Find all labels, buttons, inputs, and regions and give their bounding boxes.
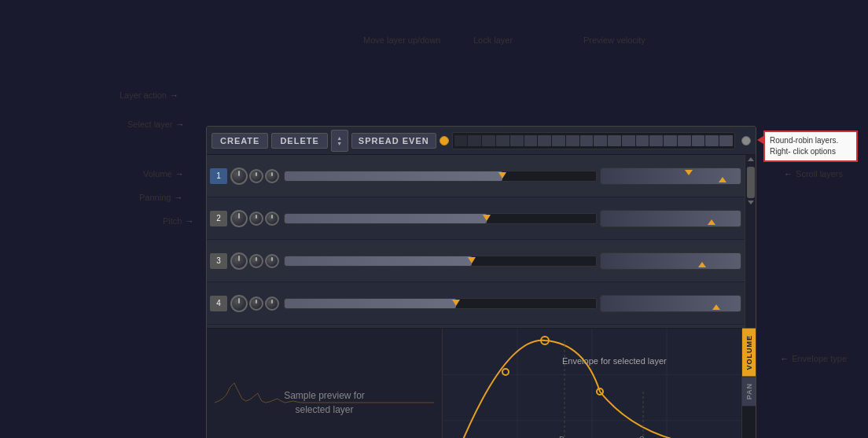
toolbar: CREATE DELETE ▲ ▼ SPREAD EVEN (207, 127, 756, 155)
pitch-knob[interactable] (265, 254, 279, 268)
lock-layer-indicator[interactable] (440, 136, 449, 145)
round-robin-dot[interactable] (741, 136, 751, 145)
annotation-scroll-layers: ← Scroll layers (784, 169, 843, 179)
annotation-move-layer: Move layer up/down (363, 35, 440, 45)
create-button[interactable]: CREATE (211, 133, 268, 149)
panning-knob[interactable] (249, 296, 263, 311)
table-row[interactable]: 4 (207, 282, 745, 325)
sample-preview: Sample preview for selected layer 📁 FPC_… (207, 329, 443, 438)
scroll-layers-bar[interactable] (745, 155, 756, 328)
velocity-range[interactable] (600, 210, 741, 227)
slider-track[interactable] (284, 213, 597, 224)
volume-knob[interactable] (230, 167, 248, 185)
side-tabs: VOLUME PAN (741, 329, 756, 438)
tab-volume[interactable]: VOLUME (742, 329, 756, 377)
velocity-range[interactable] (600, 295, 741, 312)
pitch-knob[interactable] (265, 296, 279, 311)
table-row[interactable]: 3 (207, 240, 745, 282)
waveform-svg (215, 371, 434, 434)
velocity-range[interactable] (600, 252, 741, 270)
volume-knob[interactable] (230, 252, 248, 270)
volume-knob[interactable] (230, 210, 248, 227)
annotation-volume: Volume → (143, 169, 184, 179)
layers-list: 1 (207, 155, 745, 328)
envelope-grid: D S (443, 329, 741, 438)
table-row[interactable]: 2 (207, 197, 745, 240)
pitch-knob[interactable] (265, 212, 279, 226)
velocity-bar[interactable] (452, 132, 735, 149)
layer-number[interactable]: 4 (210, 296, 227, 311)
annotation-envelope-type: ← Envelope type (780, 354, 847, 363)
panning-knob[interactable] (249, 212, 263, 226)
envelope-section: D S Envelope for selected layer ● ATT (443, 329, 741, 438)
annotation-pitch: Pitch → (163, 216, 193, 226)
table-row[interactable]: 1 (207, 155, 745, 197)
layer-number[interactable]: 1 (210, 168, 227, 184)
envelope-canvas: D S Envelope for selected layer (443, 329, 741, 438)
layer-number[interactable]: 2 (210, 211, 227, 226)
annotation-select-layer: Select layer → (127, 120, 184, 129)
layer-sliders (284, 256, 597, 267)
slider-track[interactable] (284, 298, 597, 309)
spread-even-button[interactable]: SPREAD EVEN (351, 133, 436, 149)
svg-point-6 (502, 369, 509, 375)
tab-pan[interactable]: PAN (742, 377, 756, 406)
knobs-group (230, 210, 279, 227)
pitch-knob[interactable] (265, 169, 279, 183)
slider-track[interactable] (284, 256, 597, 267)
annotation-layer-action: Layer action → (120, 90, 178, 100)
layer-sliders (284, 213, 597, 224)
annotation-lock-layer: Lock layer (473, 35, 513, 45)
layers-area: 1 (207, 155, 756, 328)
plugin-container: CREATE DELETE ▲ ▼ SPREAD EVEN (206, 126, 756, 438)
layer-number[interactable]: 3 (210, 253, 227, 269)
scroll-handle[interactable] (747, 167, 755, 198)
knobs-group (230, 167, 279, 185)
annotation-panning: Panning → (139, 193, 182, 202)
knobs-group (230, 252, 279, 270)
velocity-range[interactable] (600, 167, 741, 185)
round-robin-annotation: Round-robin layers. Right- click options (763, 131, 858, 162)
delete-button[interactable]: DELETE (271, 133, 327, 149)
panning-knob[interactable] (249, 254, 263, 268)
slider-track[interactable] (284, 171, 597, 182)
bottom-section: Sample preview for selected layer 📁 FPC_… (207, 328, 756, 438)
panning-knob[interactable] (249, 169, 263, 183)
annotation-preview-velocity: Preview velocity (583, 35, 645, 45)
waveform-area: Sample preview for selected layer (207, 329, 442, 438)
layer-sliders (284, 298, 597, 309)
move-layer-button[interactable]: ▲ ▼ (331, 130, 348, 152)
knobs-group (230, 295, 279, 312)
volume-knob[interactable] (230, 295, 248, 312)
layer-sliders (284, 171, 597, 182)
